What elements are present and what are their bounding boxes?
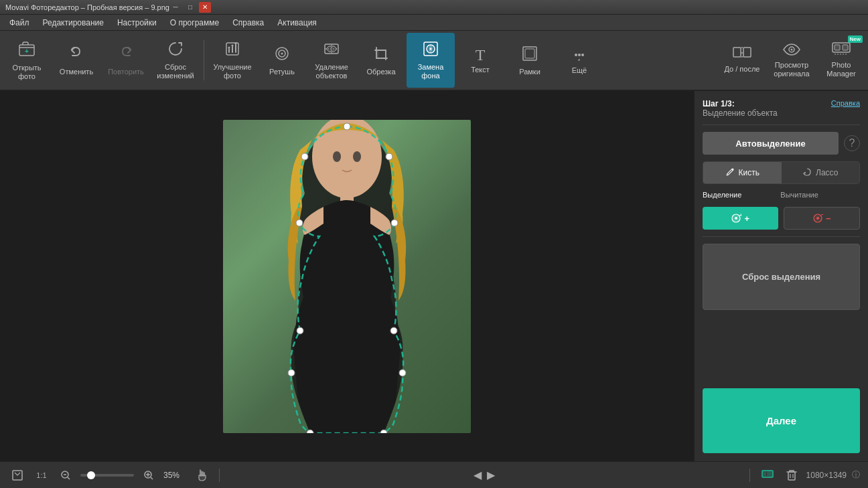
tool-enhance[interactable]: Улучшениефото [208, 33, 257, 88]
tool-background-label: Заменафона [418, 63, 444, 80]
next-nav-button[interactable]: ▶ [487, 469, 495, 481]
tool-erase[interactable]: Удалениеобъектов [307, 33, 356, 88]
redo-icon [117, 45, 135, 65]
auto-select-row: Автовыделение ? [703, 132, 860, 155]
zoom-1-1-button[interactable]: 1:1 [32, 466, 51, 485]
close-button[interactable]: ✕ [199, 2, 211, 13]
svg-text:+: + [25, 48, 29, 55]
svg-rect-67 [763, 471, 766, 477]
erase-icon [323, 40, 340, 60]
main-area: Шаг 1/3: Выделение объекта Справка Автов… [0, 91, 868, 461]
next-button[interactable]: Далее [703, 388, 860, 453]
selection-label: Выделение [703, 191, 741, 199]
gallery-view-button[interactable] [758, 466, 777, 485]
reset-selection-button[interactable]: Сброс выделения [703, 244, 860, 310]
svg-point-21 [575, 54, 577, 56]
toolbar: + Открытьфото Отменить Повторить [0, 31, 868, 91]
menu-about[interactable]: О программе [163, 17, 226, 29]
reset-icon [167, 40, 184, 60]
tool-frames-label: Рамки [519, 68, 540, 76]
canvas-area[interactable] [0, 91, 694, 461]
background-icon [422, 40, 439, 60]
mode-lasso[interactable]: Лассо [782, 162, 860, 183]
zoom-1-1-label: 1:1 [36, 471, 46, 479]
svg-rect-32 [835, 45, 840, 50]
right-panel: Шаг 1/3: Выделение объекта Справка Автов… [694, 91, 868, 461]
svg-point-43 [399, 370, 406, 376]
svg-point-46 [288, 370, 295, 376]
svg-point-6 [228, 46, 230, 48]
mode-brush[interactable]: Кисть [703, 162, 782, 183]
tool-undo-label: Отменить [60, 68, 93, 76]
tool-open[interactable]: + Открытьфото [3, 33, 51, 88]
zoom-slider[interactable] [80, 474, 134, 477]
fit-screen-button[interactable] [8, 466, 27, 485]
preview-icon [783, 42, 800, 58]
maximize-button[interactable]: □ [184, 2, 196, 13]
add-selection-button[interactable]: + + [703, 207, 778, 230]
menu-file[interactable]: Файл [3, 17, 36, 29]
bottom-right: 1080×1349 ⓘ [758, 466, 860, 485]
tool-undo[interactable]: Отменить [52, 33, 100, 88]
auto-select-button[interactable]: Автовыделение [703, 132, 839, 155]
titlebar-controls: ─ □ ✕ [169, 2, 211, 13]
photo-container [223, 120, 471, 433]
svg-point-56 [816, 217, 819, 220]
minimize-button[interactable]: ─ [169, 2, 182, 13]
svg-point-50 [731, 168, 733, 170]
prev-button[interactable]: ◀ [474, 469, 482, 481]
svg-point-39 [344, 123, 350, 130]
svg-rect-20 [525, 49, 534, 58]
tool-redo[interactable]: Повторить [102, 33, 150, 88]
sub-selection-button[interactable]: − − [784, 207, 861, 230]
svg-point-42 [390, 327, 397, 334]
tool-text-label: Текст [471, 66, 490, 74]
bottom-separator-2 [749, 469, 750, 482]
help-question-button[interactable]: ? [844, 135, 860, 151]
bottom-separator-1 [219, 469, 220, 482]
menu-settings[interactable]: Настройки [111, 17, 163, 29]
tool-text[interactable]: T Текст [456, 33, 504, 88]
step-number: Шаг 1/3: [703, 99, 735, 108]
zoom-level: 35% [163, 471, 187, 480]
step-description: Выделение объекта [703, 108, 778, 118]
info-icon[interactable]: ⓘ [852, 469, 860, 481]
svg-rect-25 [743, 48, 751, 57]
help-link[interactable]: Справка [831, 99, 860, 107]
svg-line-65 [151, 477, 153, 479]
tool-reset[interactable]: Сбросизменений [151, 33, 200, 88]
subtraction-label: Вычитание [780, 191, 818, 199]
tool-crop-label: Обрезка [366, 68, 395, 76]
tool-background[interactable]: Заменафона [407, 33, 455, 88]
lasso-icon [802, 167, 812, 179]
tool-before-after[interactable]: До / после [718, 33, 766, 88]
tool-preview[interactable]: Просмотроригинала [768, 33, 816, 88]
tool-more[interactable]: Ещё [555, 33, 603, 88]
zoom-out-button[interactable] [56, 466, 75, 485]
svg-rect-69 [788, 472, 795, 480]
menu-help[interactable]: Справка [226, 17, 271, 29]
tool-crop[interactable]: Обрезка [357, 33, 405, 88]
titlebar-title: Movavi Фоторедактор – Пробная версия – 9… [5, 3, 169, 11]
text-icon: T [476, 47, 486, 63]
sel-buttons: + + − − [703, 207, 860, 230]
svg-point-37 [353, 151, 361, 162]
delete-button[interactable] [782, 466, 801, 485]
tool-photo-manager[interactable]: New PhotoManager [817, 33, 865, 88]
person-silhouette [223, 120, 471, 433]
svg-line-61 [68, 477, 70, 479]
svg-point-30 [791, 48, 793, 50]
menu-activate[interactable]: Активация [271, 17, 323, 29]
svg-point-51 [804, 172, 806, 173]
tool-more-label: Ещё [572, 66, 587, 74]
tool-frames[interactable]: Рамки [506, 33, 554, 88]
zoom-in-button[interactable] [139, 466, 158, 485]
svg-text:−: − [821, 213, 823, 218]
sel-sub-labels: Выделение Вычитание [703, 191, 860, 199]
zoom-thumb [87, 471, 95, 479]
menu-edit[interactable]: Редактирование [36, 17, 111, 29]
tool-retouch[interactable]: Ретушь [258, 33, 306, 88]
hand-tool-button[interactable] [192, 466, 211, 485]
tool-photo-manager-label: PhotoManager [826, 61, 855, 78]
bottom-bar: 1:1 35% ◀ ▶ [0, 461, 868, 488]
